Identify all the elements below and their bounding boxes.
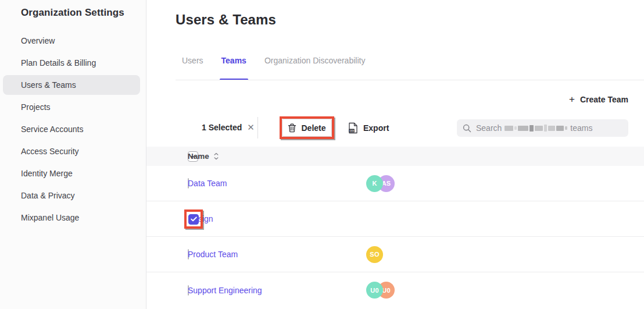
table-row-data-team: Data Team K AS — [146, 166, 644, 201]
row-checkbox-cell — [146, 178, 188, 189]
selected-count-label: 1 Selected — [202, 123, 242, 132]
create-team-button[interactable]: + Create Team — [569, 95, 628, 104]
sidebar-item-users-teams[interactable]: Users & Teams — [3, 75, 140, 95]
sidebar-item-access-security[interactable]: Access Security — [3, 141, 140, 161]
toolbar-divider — [257, 117, 258, 138]
team-name-link[interactable]: Data Team — [188, 179, 227, 188]
sidebar-item-identity-merge[interactable]: Identity Merge — [3, 164, 140, 183]
search-placeholder-prefix: Search — [476, 123, 502, 133]
sidebar-item-plan-details-billing[interactable]: Plan Details & Billing — [3, 53, 140, 73]
delete-button-highlight-annotation: Delete — [280, 116, 334, 139]
row-checkbox-cell — [146, 249, 188, 260]
team-name-link[interactable]: Support Engineering — [188, 286, 262, 295]
selection-summary: 1 Selected ✕ — [202, 123, 255, 132]
teams-toolbar: 1 Selected ✕ Delete — [146, 116, 644, 140]
teams-table: Name Data Team K AS — [146, 147, 644, 308]
sidebar-title: Organization Settings — [0, 0, 146, 19]
create-team-label: Create Team — [580, 95, 628, 104]
member-avatars: U0 U0 — [366, 282, 395, 299]
select-all-cell — [146, 151, 188, 162]
sort-icon — [214, 152, 219, 160]
table-header-row: Name — [146, 147, 644, 166]
table-row-product-team: Product Team SO — [146, 237, 644, 272]
tabs-divider — [176, 80, 644, 80]
name-column-header[interactable]: Name — [188, 152, 219, 161]
sidebar-item-data-privacy[interactable]: Data & Privacy — [3, 186, 140, 205]
search-icon — [463, 124, 471, 133]
tab-teams[interactable]: Teams — [221, 56, 246, 74]
clear-selection-icon[interactable]: ✕ — [247, 123, 255, 132]
table-row-design: Design — [146, 201, 644, 237]
tab-bar: Users Teams Organization Discoverability — [182, 56, 365, 74]
tab-organization-discoverability[interactable]: Organization Discoverability — [264, 56, 366, 74]
sidebar-nav: Overview Plan Details & Billing Users & … — [0, 31, 146, 228]
svg-text:csv: csv — [349, 129, 355, 132]
page-title: Users & Teams — [176, 12, 276, 28]
avatar: K — [366, 175, 383, 192]
row-checkbox-cell — [146, 285, 188, 296]
checkbox-highlight-annotation — [184, 209, 203, 229]
table-row-support-engineering: Support Engineering U0 U0 — [146, 272, 644, 308]
checkmark-icon — [191, 216, 197, 222]
team-name-link[interactable]: Product Team — [188, 250, 238, 259]
name-column-label: Name — [188, 152, 209, 161]
search-teams-input[interactable]: Search teams — [457, 119, 628, 137]
trash-icon — [288, 123, 296, 133]
search-placeholder: Search teams — [476, 123, 592, 133]
sidebar-item-projects[interactable]: Projects — [3, 97, 140, 117]
redacted-text — [505, 125, 567, 132]
plus-icon: + — [569, 95, 575, 104]
avatar: SO — [366, 246, 383, 263]
delete-label: Delete — [301, 123, 325, 133]
settings-sidebar: Organization Settings Overview Plan Deta… — [0, 0, 146, 309]
sidebar-item-service-accounts[interactable]: Service Accounts — [3, 119, 140, 139]
sidebar-item-overview[interactable]: Overview — [3, 31, 140, 51]
sidebar-item-mixpanel-usage[interactable]: Mixpanel Usage — [3, 208, 140, 228]
search-placeholder-suffix: teams — [570, 123, 592, 133]
row-design-checkbox[interactable] — [188, 214, 199, 225]
main-content: Users & Teams Users Teams Organization D… — [146, 0, 644, 309]
export-button[interactable]: csv Export — [348, 119, 389, 137]
avatar: U0 — [366, 282, 383, 299]
tab-users[interactable]: Users — [182, 56, 203, 74]
export-label: Export — [363, 123, 389, 133]
organization-settings-page: Organization Settings Overview Plan Deta… — [0, 0, 644, 309]
delete-button[interactable]: Delete — [282, 119, 332, 137]
member-avatars: K AS — [366, 175, 395, 192]
member-avatars: SO — [366, 246, 383, 263]
csv-file-icon: csv — [348, 122, 358, 134]
